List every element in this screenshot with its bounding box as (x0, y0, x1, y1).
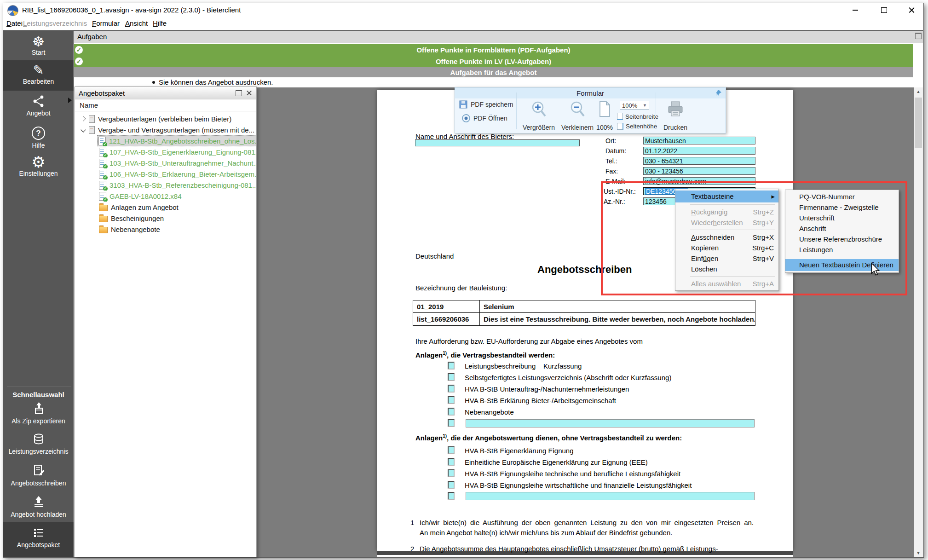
tel-input[interactable]: 030 - 654321 (643, 157, 755, 165)
tasks-float-icon[interactable] (915, 33, 922, 39)
eye-icon (461, 114, 471, 123)
print-button[interactable]: Drucken (659, 100, 692, 132)
task-row-lv[interactable]: Offene Punkte im LV (LV-Aufgaben) (74, 56, 913, 67)
angebot-flyout-arrow[interactable] (68, 98, 72, 103)
sidebar-item-einstellungen[interactable]: ⚙ Einstellungen (3, 151, 74, 185)
ort-input[interactable]: Musterhausen (643, 137, 755, 144)
tree-item-gaeb-lv[interactable]: ✓ GAEB-LV-18A0012.x84 (75, 191, 256, 202)
chevron-down-icon[interactable] (81, 127, 86, 132)
bidder-input[interactable] (415, 139, 580, 146)
maximize-button[interactable] (873, 4, 894, 17)
save-icon (459, 100, 468, 109)
country-text: Deutschland (415, 252, 454, 260)
next-page-sliver (377, 555, 793, 557)
chevron-right-icon[interactable] (81, 116, 86, 121)
tree-item-bescheinigungen[interactable]: Bescheinigungen (75, 213, 256, 224)
checkbox-erklaerung-bieter[interactable] (448, 396, 455, 404)
pin-icon[interactable] (715, 90, 722, 96)
zoom-100-button[interactable]: 100% (591, 100, 618, 132)
clause-number: 2 (410, 545, 414, 553)
checkbox-unterauftrag[interactable] (448, 385, 455, 393)
bullet-icon (152, 81, 155, 84)
tree-item-vergabeunterlagen[interactable]: Vergabeunterlagen (verbleiben beim Biete… (75, 113, 256, 124)
tree-item-vergabe-vertragsunterlagen[interactable]: Vergabe- und Vertragsunterlagen (müssen … (75, 124, 256, 135)
package-panel-header[interactable]: Angebotspaket (75, 87, 256, 99)
sidebar-item-zip-export[interactable]: Als Zip exportieren (3, 401, 74, 427)
pdf-open-button[interactable]: PDF Öffnen (461, 114, 507, 123)
checkbox-label: HVA B-StB Eigenerklärung Eignung (465, 447, 574, 455)
submenu-item-unterschrift[interactable]: Unterschrift (785, 213, 899, 223)
sidebar-item-start[interactable]: ☸ Start (3, 33, 74, 63)
checkbox-eee[interactable] (448, 458, 455, 466)
submenu-item-firmenname[interactable]: Firmenname - Zweigstelle (785, 202, 899, 213)
menu-datei[interactable]: Datei (6, 19, 23, 27)
menu-item-kopieren[interactable]: Strg+C Kopieren (675, 242, 778, 253)
tree-item-107-eigenerklaerung[interactable]: ✓ 107_HVA-B-Stb_Eigenerklaerung_Eignung-… (75, 146, 256, 157)
fit-height-button[interactable]: Seitenhöhe (617, 123, 657, 130)
vertical-scrollbar[interactable]: ▲ ▼ (914, 87, 923, 557)
sidebar-item-angebot[interactable]: Angebot (3, 91, 74, 121)
menu-item-einfuegen[interactable]: Strg+V Einfügen (675, 253, 778, 264)
float-icon[interactable] (236, 90, 242, 96)
task-check-icon-1: ✓ (75, 46, 83, 54)
pdf-save-button[interactable]: PDF speichern (459, 100, 513, 109)
sidebar-item-angebotsschreiben[interactable]: Angebotsschreiben (3, 462, 74, 490)
scrollbar-thumb[interactable] (915, 98, 922, 148)
checkbox-custom-1[interactable] (448, 419, 455, 427)
checkbox-eignungsleihe-technisch[interactable] (448, 469, 455, 477)
submenu-item-neuen-textbaustein[interactable]: Neuen Textbaustein Definieren (785, 259, 899, 271)
tree-item-121-angebotsschreiben[interactable]: ✓ 121_HVA-B-Stb_Angebotsschreiben_ohne_L… (75, 135, 256, 146)
tree-column-header[interactable]: Name (75, 99, 256, 111)
close-button[interactable] (901, 4, 922, 17)
task-row-pdf[interactable]: Offene Punkte in Formblättern (PDF-Aufga… (74, 44, 913, 56)
menu-item-ausschneiden[interactable]: Strg+X Ausschneiden (675, 232, 778, 242)
sidebar-item-angebot-hochladen[interactable]: Angebot hochladen (3, 494, 74, 521)
menu-ansicht[interactable]: Ansicht (125, 19, 148, 27)
zoom-level-select[interactable]: 100% ▼ (620, 101, 649, 110)
sidebar-item-leistungsverzeichnis[interactable]: Leistungsverzeichnis (3, 431, 74, 459)
menu-formular[interactable]: Formular (92, 19, 120, 27)
table-cell: list_1669206036 (413, 313, 480, 325)
sidebar-item-hilfe[interactable]: ? Hilfe (3, 121, 74, 151)
menu-hilfe[interactable]: Hilfe (153, 19, 167, 27)
sidebar-item-bearbeiten[interactable]: ✎ Bearbeiten (3, 60, 74, 91)
tree-item-103-unterauftragnehmer[interactable]: ✓ 103_HVA-B-Stb_Unterauftragnehmer_Nachu… (75, 157, 256, 168)
checkbox-eignungsleihe-wirtschaftlich[interactable] (448, 481, 455, 489)
form-toolbar: Formular PDF speichern PDF Öffnen Vergrö… (455, 87, 726, 133)
attachments2-header: Anlagen1), die der Angebotswertung diene… (415, 433, 682, 442)
checkbox-leistungsbeschreibung[interactable] (448, 362, 455, 369)
custom-attachment-input-2[interactable] (466, 492, 755, 500)
submenu-item-leistungen[interactable]: Leistungen (785, 244, 899, 255)
sidebar-item-angebotspaket[interactable]: Angebotspaket (3, 522, 74, 557)
tree-item-3103-referenzbescheinigung[interactable]: ✓ 3103_HVA-B-Stb_Referenzbescheinigung-0… (75, 179, 256, 191)
tree-item-nebenangebote[interactable]: Nebenangebote (75, 224, 256, 235)
submenu-item-referenzbroschuere[interactable]: Unsere Referenzbroschüre (785, 234, 899, 244)
zoom-in-button[interactable]: Vergrößern (519, 100, 558, 132)
form-toolbar-header[interactable]: Formular (455, 88, 726, 98)
submenu-arrow-icon: ▸ (771, 191, 775, 202)
minimize-button[interactable] (845, 4, 866, 17)
menu-item-textbausteine[interactable]: Textbausteine ▸ (675, 191, 778, 202)
fax-input[interactable]: 030 - 123456 (643, 167, 755, 175)
datum-input[interactable]: 01.12.2022 (643, 147, 755, 155)
project-table: 01_2019 Selenium list_1669206036 Dies is… (413, 300, 755, 326)
checkbox-selbstgefertigtes-lv[interactable] (448, 373, 455, 381)
task-row-angebot[interactable]: Aufgaben für das Angebot (74, 67, 913, 77)
checkbox-custom-2[interactable] (448, 492, 455, 500)
custom-attachment-input-1[interactable] (466, 419, 755, 427)
submenu-item-anschrift[interactable]: Anschrift (785, 223, 899, 234)
clause1-line2: An mein Angebot halte(n) ich/wir mich/un… (420, 529, 672, 537)
scroll-up-icon[interactable]: ▲ (914, 87, 923, 95)
minimize-icon (853, 10, 858, 11)
submenu-item-pq-vob-nummer[interactable]: PQ-VOB-Nummer (785, 191, 899, 202)
maximize-icon (881, 7, 887, 13)
checkbox-nebenangebote[interactable] (448, 408, 455, 416)
tree-item-anlagen-zum-angebot[interactable]: Anlagen zum Angebot (75, 202, 256, 213)
menu-item-loeschen[interactable]: Löschen (675, 264, 778, 274)
tree-item-106-erklaerung-bieter[interactable]: ✓ 106_HVA-B-Stb_Erklaerung_Bieter-Arbeit… (75, 168, 256, 179)
panel-close-icon[interactable] (247, 91, 252, 96)
textbausteine-submenu: PQ-VOB-Nummer Firmenname - Zweigstelle U… (785, 190, 899, 273)
fit-width-button[interactable]: Seitenbreite (617, 113, 658, 120)
scroll-down-icon[interactable]: ▼ (914, 549, 923, 557)
checkbox-eigenerklaerung[interactable] (448, 446, 455, 454)
